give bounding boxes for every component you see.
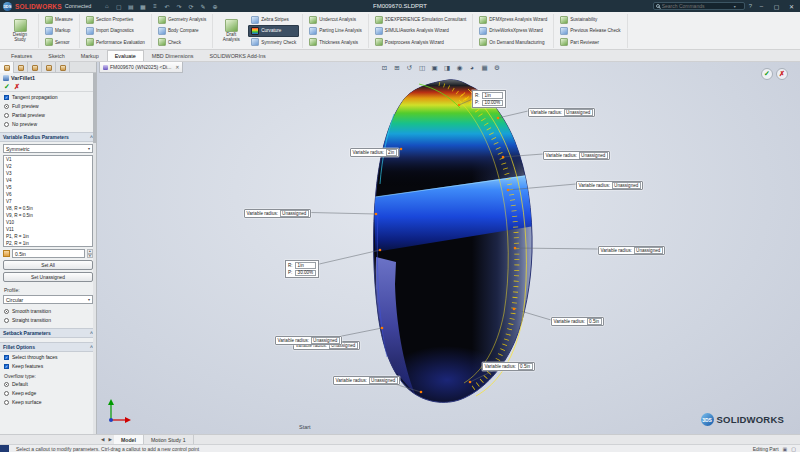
hud-icon[interactable]: ▦	[479, 63, 490, 73]
command-tab[interactable]: Markup	[73, 50, 107, 61]
ribbon-tool[interactable]: DFMXpress Analysis Wizard	[476, 14, 550, 25]
search-commands-box[interactable]: ▾	[653, 2, 745, 10]
ribbon-tool[interactable]: Geometry Analysis	[155, 14, 209, 25]
help-button[interactable]: ?	[749, 3, 752, 9]
control-point-callout[interactable]: R: 1in P: 10.00%	[472, 90, 506, 108]
radius-list-item[interactable]: V5	[4, 184, 92, 191]
hud-icon[interactable]: ▣	[429, 63, 440, 73]
hud-icon[interactable]: ⊡	[379, 63, 390, 73]
quick-access-icon[interactable]: ⟳	[186, 2, 195, 11]
transition-radio[interactable]: Straight transition	[0, 315, 96, 324]
variable-radius-callout[interactable]: Variable radius: Unassigned	[333, 376, 400, 385]
ribbon-tool[interactable]: 3DEXPERIENCE Simulation Consultant	[372, 14, 469, 25]
variable-radius-callout[interactable]: Variable radius: Unassigned	[543, 151, 610, 160]
ribbon-tool[interactable]: Markup	[42, 25, 76, 36]
variable-radius-callout[interactable]: Variable radius: Unassigned	[576, 181, 643, 190]
bottom-tab[interactable]: Motion Study 1	[144, 435, 194, 445]
radius-list-item[interactable]: V4	[4, 177, 92, 184]
search-input[interactable]	[662, 3, 732, 9]
variable-radius-callout[interactable]: Variable radius: Unassigned	[528, 108, 595, 117]
command-tab[interactable]: SOLIDWORKS Add-Ins	[201, 50, 273, 61]
pm-tab-dimxpert[interactable]	[42, 62, 56, 73]
pm-tab-displaymanager[interactable]	[56, 62, 70, 73]
hud-icon[interactable]: ◨	[442, 63, 453, 73]
ribbon-tool[interactable]: Postprocess Analysis Wizard	[372, 37, 469, 48]
variable-radius-callout[interactable]: Variable radius: 0.5in	[551, 317, 604, 326]
ribbon-tool[interactable]: Part Reviewer	[557, 37, 623, 48]
quick-access-icon[interactable]: ⌂	[102, 2, 111, 11]
section-variable-radius[interactable]: Variable Radius Parameters	[0, 132, 96, 142]
quick-access-icon[interactable]: ↶	[162, 2, 171, 11]
symmetry-dropdown[interactable]: Symmetric	[3, 144, 93, 153]
preview-radio[interactable]: Partial preview	[0, 110, 96, 119]
quick-access-icon[interactable]: ≡	[150, 2, 159, 11]
confirm-ok-button[interactable]: ✓	[761, 68, 773, 80]
pm-tab-propertymanager[interactable]	[14, 62, 28, 73]
ribbon-tool[interactable]: Design Study	[5, 14, 35, 48]
command-tab[interactable]: Sketch	[40, 50, 72, 61]
profile-dropdown[interactable]: Circular	[3, 295, 93, 304]
hud-icon[interactable]: ⊞	[392, 63, 403, 73]
radius-list-item[interactable]: V7	[4, 198, 92, 205]
confirm-cancel-button[interactable]: ✗	[776, 68, 788, 80]
status-grid-icon[interactable]: ▣	[783, 446, 788, 452]
variable-radius-callout[interactable]: Variable radius: 0.5in	[482, 362, 535, 371]
control-point-callout[interactable]: R: 1in P: 30.00%	[285, 260, 319, 278]
ribbon-tool[interactable]: On Demand Manufacturing	[476, 37, 550, 48]
quick-access-icon[interactable]: ▤	[126, 2, 135, 11]
radius-list-item[interactable]: V2	[4, 163, 92, 170]
command-tab[interactable]: Features	[3, 50, 40, 61]
radius-list-item[interactable]: V6	[4, 191, 92, 198]
radius-list-item[interactable]: V9, R = 0.5in	[4, 212, 92, 219]
quick-access-icon[interactable]: ✎	[198, 2, 207, 11]
ribbon-tool[interactable]: Undercut Analysis	[306, 14, 365, 25]
ribbon-tool[interactable]: DriveWorksXpress Wizard	[476, 25, 550, 36]
ribbon-tool[interactable]: Sustainability	[557, 14, 623, 25]
ribbon-tool[interactable]: Thickness Analysis	[306, 37, 365, 48]
overflow-radio[interactable]: Keep surface	[0, 397, 96, 406]
model-3d[interactable]	[97, 62, 800, 434]
section-fillet-options[interactable]: Fillet Options	[0, 342, 96, 352]
quick-access-icon[interactable]: ▦	[138, 2, 147, 11]
quick-access-icon[interactable]: ▢	[114, 2, 123, 11]
command-tab[interactable]: MBD Dimensions	[144, 50, 202, 61]
preview-radio[interactable]: No preview	[0, 119, 96, 128]
hud-icon[interactable]: ⚙	[492, 63, 503, 73]
variable-radius-callout[interactable]: Variable radius: Unassigned	[598, 246, 665, 255]
close-button[interactable]: ✕	[786, 3, 797, 10]
graphics-viewport[interactable]: FM009670 (WN2025) <Di... ✕ ⊡⊞↺◫▣◨◉◕▦⚙ ✓ …	[97, 62, 800, 434]
ribbon-tool[interactable]: Performance Evaluation	[83, 37, 148, 48]
maximize-button[interactable]: ▢	[771, 3, 782, 10]
radius-list[interactable]: V1V2V3V4V5V6V7V8, R = 0.5inV9, R = 0.5in…	[3, 155, 93, 247]
ribbon-tool[interactable]: Parting Line Analysis	[306, 25, 365, 36]
radius-list-item[interactable]: P1, R = 1in	[4, 233, 92, 240]
radius-list-item[interactable]: V11	[4, 226, 92, 233]
cancel-button[interactable]: ✗	[14, 83, 20, 91]
radius-value-field[interactable]: 0.5in	[12, 249, 85, 258]
hud-icon[interactable]: ◉	[454, 63, 465, 73]
status-panel-icon[interactable]: ▢	[791, 446, 796, 452]
ribbon-tool[interactable]: Draft Analysis	[216, 14, 246, 48]
minimize-button[interactable]: –	[756, 3, 767, 9]
fillet-option-checkbox[interactable]: Keep features	[0, 361, 96, 370]
ribbon-tool[interactable]: Zebra Stripes	[248, 14, 299, 25]
bottom-tab[interactable]: Model	[114, 435, 144, 445]
ribbon-tool[interactable]: Sensor	[42, 37, 76, 48]
radius-list-item[interactable]: V3	[4, 170, 92, 177]
overflow-radio[interactable]: Keep edge	[0, 388, 96, 397]
ribbon-tool[interactable]: Symmetry Check	[248, 37, 299, 48]
variable-radius-callout[interactable]: Variable radius: Unassigned	[244, 209, 311, 218]
quick-access-icon[interactable]: ⊕	[210, 2, 219, 11]
ribbon-tool[interactable]: Body Compare	[155, 25, 209, 36]
hud-icon[interactable]: ◫	[417, 63, 428, 73]
variable-radius-callout[interactable]: Variable radius: 2in	[350, 148, 399, 157]
preview-radio[interactable]: Full preview	[0, 101, 96, 110]
transition-radio[interactable]: Smooth transition	[0, 306, 96, 315]
pm-scrollbar[interactable]	[93, 73, 96, 434]
tab-scroll-left-icon[interactable]: ◀	[99, 437, 106, 442]
section-setback-parameters[interactable]: Setback Parameters	[0, 328, 96, 338]
pm-tab-configurations[interactable]	[28, 62, 42, 73]
hud-icon[interactable]: ↺	[404, 63, 415, 73]
ribbon-tool[interactable]: SIMULIAworks Analysis Wizard	[372, 25, 469, 36]
ribbon-tool[interactable]: Previous Release Check	[557, 25, 623, 36]
